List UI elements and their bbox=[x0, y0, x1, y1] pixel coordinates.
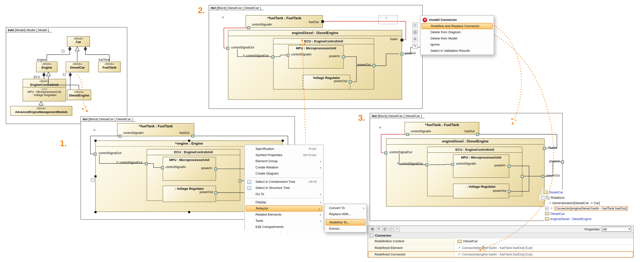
bdd-block-dieselcar[interactable]: «block» DieselCar bbox=[66, 62, 89, 72]
block-name: Car bbox=[67, 40, 90, 44]
menu-item-edit-compartments[interactable]: Edit Compartments bbox=[245, 224, 323, 230]
menu-item-extract[interactable]: Extract... bbox=[325, 226, 366, 232]
property-row-redefined-connector[interactable]: Redefined Connector ↗Connector[engine.fu… bbox=[368, 252, 634, 258]
inherited-caret: ^ bbox=[116, 161, 118, 164]
validation-magnifier-icon[interactable]: ⊙ bbox=[412, 23, 418, 28]
ibd1-ecu-powerout-port[interactable] bbox=[239, 180, 242, 182]
ibd3-fueltank-fuelout-port[interactable] bbox=[476, 133, 479, 136]
ibd2-ecu-powerout-port[interactable] bbox=[372, 64, 376, 67]
menu-item-redefine-to[interactable]: Redefine To... bbox=[326, 219, 366, 226]
ibd2-ecu-controlsignalout-port[interactable] bbox=[272, 56, 274, 58]
ibd3-engine-powerout-port[interactable] bbox=[541, 175, 544, 178]
properties-filter-select[interactable]: All ▾ bbox=[602, 227, 631, 232]
selection-handle[interactable] bbox=[94, 140, 96, 142]
menu-item-ignore[interactable]: Ignore bbox=[420, 42, 494, 48]
columns-icon[interactable]: ◫ bbox=[388, 227, 394, 232]
ibd2-engine-controlsignalout-port[interactable] bbox=[226, 47, 229, 50]
ibd1-vr-powerout-port[interactable] bbox=[214, 191, 217, 194]
ibd2-engine-powerin-port[interactable] bbox=[400, 52, 403, 56]
validation-zoom-icon[interactable]: ⊕ bbox=[412, 36, 418, 42]
menu-item-convert-to[interactable]: Convert To bbox=[325, 205, 366, 211]
ibd2-fueltank-controlsignalin-port[interactable] bbox=[247, 26, 250, 29]
menu-item-redefine-and-replace-connector[interactable]: Redefine and Replace Connector bbox=[422, 23, 493, 29]
collapse-compartment-toggle[interactable]: − bbox=[91, 178, 94, 182]
selection-handle[interactable] bbox=[188, 211, 190, 213]
tree-item-dieselcar[interactable]: DieselCar bbox=[542, 190, 564, 195]
stereotype-label: «block» bbox=[67, 36, 90, 40]
bdd-block-engine[interactable]: «block» Engine bbox=[36, 62, 58, 72]
menu-item-element-group[interactable]: Element Group bbox=[245, 158, 323, 164]
menu-item-delete-from-diagram[interactable]: Delete from Diagram bbox=[420, 29, 494, 35]
selection-handle[interactable] bbox=[94, 211, 96, 213]
ibd3-mpu-powerin-port[interactable] bbox=[508, 165, 510, 168]
menu-item-related-elements[interactable]: Related Elements bbox=[245, 212, 323, 218]
tree-item-relations[interactable]: − Relations bbox=[540, 195, 566, 200]
ibd3-frame-powerin-port[interactable] bbox=[561, 160, 564, 164]
port-label: powerOut bbox=[546, 174, 560, 178]
menu-item-select-in-structure-tree[interactable]: Select in Structure Tree bbox=[245, 185, 323, 191]
ibd1-fueltank-fuelout-port[interactable] bbox=[191, 135, 194, 138]
selection-handle[interactable] bbox=[188, 140, 190, 142]
menu-item-specification[interactable]: SpecificationEnter bbox=[245, 146, 323, 152]
properties-section-connector[interactable]: − Connector bbox=[368, 233, 634, 238]
ibd2-mpu-powerin-port[interactable] bbox=[342, 56, 345, 58]
ibd3-fueltank-controlsignalin-port[interactable] bbox=[406, 133, 409, 136]
menu-item-display[interactable]: Display bbox=[245, 199, 323, 205]
ibd1-engine-controlsignalout-port[interactable] bbox=[94, 153, 96, 156]
ibd1-mpu-powerin-port[interactable] bbox=[214, 168, 217, 170]
grid-view-icon[interactable]: ▦ bbox=[370, 227, 375, 232]
tree-item-enginediesel[interactable]: engineDiesel : DieselEngine bbox=[544, 216, 593, 222]
property-row-redefinition-context[interactable]: Redefinition Context DieselCar bbox=[368, 238, 634, 245]
bdd-block-enginecontrolunit[interactable]: «block» EngineControlUnit parts MPU : Mi… bbox=[23, 79, 66, 102]
ibd2-mpu-controlsignalin-port[interactable] bbox=[287, 54, 290, 57]
menu-item-create-relation[interactable]: Create Relation bbox=[245, 164, 323, 170]
menu-item-tools[interactable]: Tools bbox=[245, 218, 323, 224]
menu-item-create-diagram[interactable]: Create Diagram bbox=[245, 170, 323, 176]
ibd1-mpu-controlsignalin-port[interactable] bbox=[161, 166, 164, 169]
validation-list-icon[interactable]: ▤ bbox=[412, 30, 418, 35]
ibd3-engine-fuelin-port[interactable] bbox=[543, 147, 546, 150]
collapse-toggle[interactable]: − bbox=[370, 234, 373, 237]
tree-item-generalization[interactable]: ↗ Generalization[DieselCar -> Car] bbox=[547, 200, 601, 206]
ibd1-fueltank-controlsignalin-port[interactable] bbox=[119, 135, 122, 138]
bdd-block-advancedenginemanagementmodule[interactable]: «block» AdvancedEngineManagementModule bbox=[10, 106, 72, 116]
ibd3-vr-powerout-port[interactable] bbox=[508, 190, 510, 193]
ibd2-diagram-tab: ibd [Block] DieselCar [ DieselCar ] bbox=[208, 5, 268, 10]
port-label: controlSignalOut bbox=[246, 54, 269, 58]
menu-item-delete-from-model[interactable]: Delete from Model bbox=[420, 35, 494, 41]
selection-handle[interactable] bbox=[282, 140, 284, 142]
block-icon bbox=[543, 190, 548, 194]
options-icon[interactable]: ≡ bbox=[395, 227, 400, 232]
selection-handle[interactable] bbox=[94, 176, 96, 178]
ibd3-ecu-controlsignalout-port[interactable] bbox=[426, 164, 428, 166]
menu-item-replace-with[interactable]: Replace With... bbox=[325, 211, 366, 217]
validation-edit-icon[interactable]: ✎ bbox=[412, 44, 418, 49]
expand-toggle[interactable]: + bbox=[545, 206, 549, 210]
step-number-2: 2. bbox=[198, 6, 205, 15]
rows-icon[interactable]: ▥ bbox=[382, 227, 387, 232]
bdd-block-fueltank[interactable]: «block» FuelTank bbox=[98, 62, 121, 72]
ibd3-mpu-controlsignalin-port[interactable] bbox=[451, 163, 454, 166]
connector-endpoint-handle[interactable] bbox=[322, 20, 324, 23]
invalid-icon: × bbox=[422, 18, 427, 22]
menu-item-go-to[interactable]: Go To bbox=[245, 191, 323, 197]
connector-label-selection[interactable]: ^A bbox=[378, 15, 398, 24]
tree-item-dieselcar-2[interactable]: DieselCar bbox=[544, 211, 566, 216]
connector-endpoint-handle[interactable] bbox=[401, 39, 403, 41]
menu-item-select-in-containment-tree[interactable]: Select in Containment TreeAlt+B bbox=[245, 178, 323, 185]
ibd3-engine-controlsignalout-port[interactable] bbox=[384, 152, 387, 154]
ibd3-ecu-powerout-port[interactable] bbox=[521, 175, 524, 178]
bdd-block-car[interactable]: «block» Car bbox=[67, 36, 90, 47]
menu-item-symbol-properties[interactable]: Symbol PropertiesAlt+Enter bbox=[245, 152, 323, 158]
menu-item-refactor[interactable]: Refactor bbox=[246, 206, 322, 212]
collapse-toggle[interactable]: − bbox=[541, 196, 544, 199]
sort-icon[interactable]: ⇅ bbox=[376, 227, 381, 232]
generalization-icon: ↗ bbox=[548, 201, 551, 205]
ibd1-ecu-controlsignalout-port[interactable] bbox=[145, 162, 148, 165]
bdd-block-dieselengine[interactable]: «block» DieselEngine bbox=[67, 90, 91, 100]
inherited-caret: ^ bbox=[243, 54, 245, 58]
menu-item-select-in-validation-results[interactable]: Select in Validation Results bbox=[420, 48, 494, 54]
tree-item-connector[interactable]: + ↗ Connector[engineDiesel.fuelIn - fuel… bbox=[544, 206, 629, 211]
ibd2-vr-powerout-port[interactable] bbox=[349, 80, 352, 84]
property-row-redefined-element[interactable]: Redefined Element ↗Connector[engine.fuel… bbox=[368, 245, 634, 251]
